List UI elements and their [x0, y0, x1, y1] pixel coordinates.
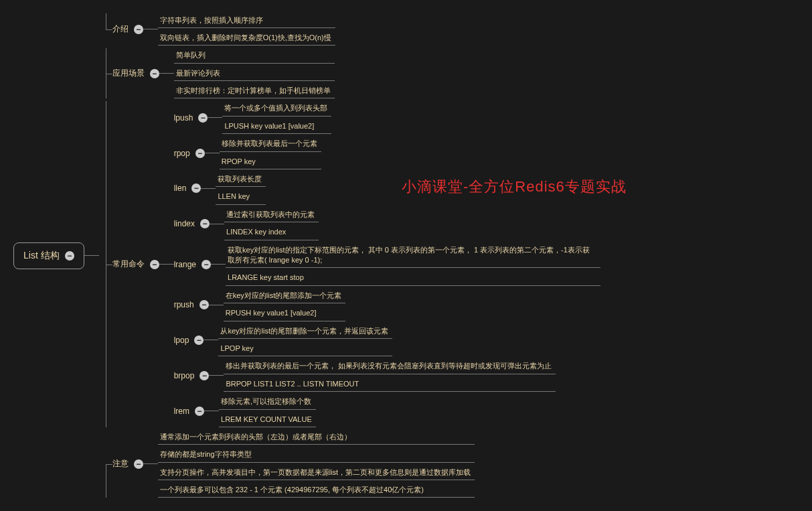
- leaf-node: 存储的都是string字符串类型: [158, 447, 475, 462]
- notes-text: 注意: [112, 458, 129, 469]
- level1-column: 介绍 字符串列表，按照插入顺序排序 双向链表，插入删除时间复杂度O(1)快,查找…: [99, 13, 600, 498]
- cmd-lpop: lpop 从key对应的list的尾部删除一个元素，并返回该元素 LPOP ke…: [174, 324, 600, 357]
- leaf-node: 在key对应的list的尾部添加一个元素: [224, 289, 346, 303]
- leaf-node: 移出并获取列表的最后一个元素， 如果列表没有元素会阻塞列表直到等待超时或发现可弹…: [224, 359, 556, 374]
- commands-text: 常用命令: [112, 259, 145, 270]
- cmd-rpush: rpush 在key对应的list的尾部添加一个元素 RPUSH key val…: [174, 289, 600, 321]
- branch-notes: 注意 通常添加一个元素到列表的头部（左边）或者尾部（右边） 存储的都是strin…: [99, 430, 600, 498]
- leaf-node: 通常添加一个元素到列表的头部（左边）或者尾部（右边）: [158, 430, 475, 445]
- collapse-icon[interactable]: [134, 25, 143, 34]
- leaf-node: RPUSH key value1 [value2]: [224, 306, 346, 321]
- cmd-llen: llen 获取列表长度 LLEN key: [174, 172, 600, 205]
- collapse-icon[interactable]: [200, 219, 210, 228]
- cmd-label[interactable]: rpush: [174, 299, 209, 311]
- branch-intro: 介绍 字符串列表，按照插入顺序排序 双向链表，插入删除时间复杂度O(1)快,查找…: [99, 13, 600, 46]
- leaf-node: LPOP key: [218, 342, 392, 356]
- cmd-label[interactable]: brpop: [174, 370, 210, 382]
- scenes-text: 应用场景: [112, 68, 145, 79]
- branch-commands: 常用命令 lpush 将一个或多个值插入到列表头部 LPUSH key valu…: [99, 101, 600, 427]
- branch-notes-label[interactable]: 注意: [112, 457, 143, 471]
- cmd-rpop: rpop 移除并获取列表最后一个元素 RPOP key: [174, 137, 600, 169]
- leaf-node: 支持分页操作，高并发项目中，第一页数据都是来源list，第二页和更多信息则是通过…: [158, 465, 475, 480]
- commands-list: lpush 将一个或多个值插入到列表头部 LPUSH key value1 [v…: [174, 101, 600, 427]
- branch-scenes-label[interactable]: 应用场景: [112, 66, 159, 80]
- leaf-node: 一个列表最多可以包含 232 - 1 个元素 (4294967295, 每个列表…: [158, 483, 475, 498]
- cmd-lrange: lrange 获取key对应的list的指定下标范围的元素， 其中 0 表示列表…: [174, 243, 600, 286]
- collapse-icon[interactable]: [199, 300, 209, 309]
- leaf-node: 移除元素,可以指定移除个数: [219, 394, 316, 409]
- branch-commands-label[interactable]: 常用命令: [112, 257, 159, 271]
- collapse-icon[interactable]: [199, 371, 209, 380]
- leaf-node: RPOP key: [220, 155, 321, 169]
- cmd-label[interactable]: rpop: [174, 147, 205, 159]
- mindmap-diagram: List 结构 介绍 字符串列表，按照插入顺序排序 双向链表，插入删除时间复杂度…: [13, 13, 799, 498]
- branch-scenes: 应用场景 简单队列 最新评论列表 非实时排行榜：定时计算榜单，如手机日销榜单: [99, 48, 600, 98]
- leaf-node: 双向链表，插入删除时间复杂度O(1)快,查找为O(n)慢: [158, 31, 335, 46]
- collapse-icon[interactable]: [191, 184, 201, 193]
- collapse-icon[interactable]: [198, 113, 208, 123]
- leaf-node: 非实时排行榜：定时计算榜单，如手机日销榜单: [174, 84, 335, 98]
- leaf-node: 简单队列: [174, 48, 335, 63]
- cmd-label[interactable]: lrem: [174, 405, 204, 417]
- cmd-lindex: lindex 通过索引获取列表中的元素 LINDEX key index: [174, 208, 600, 240]
- cmd-label[interactable]: lpush: [174, 112, 208, 124]
- collapse-icon[interactable]: [195, 149, 205, 158]
- collapse-icon[interactable]: [194, 336, 204, 345]
- cmd-label[interactable]: llen: [174, 182, 201, 194]
- leaf-node: LPUSH key value1 [value2]: [222, 119, 331, 134]
- collapse-icon[interactable]: [150, 260, 159, 269]
- collapse-icon[interactable]: [150, 69, 159, 78]
- cmd-label[interactable]: lpop: [174, 334, 204, 346]
- root-label: List 结构: [23, 250, 60, 262]
- collapse-icon[interactable]: [65, 251, 74, 261]
- leaf-node: 获取列表长度: [216, 172, 266, 187]
- leaf-node: 从key对应的list的尾部删除一个元素，并返回该元素: [218, 324, 392, 339]
- leaf-node: 字符串列表，按照插入顺序排序: [158, 13, 335, 28]
- leaf-node: 获取key对应的list的指定下标范围的元素， 其中 0 表示列表的第一个元素，…: [226, 243, 600, 269]
- cmd-lrem: lrem 移除元素,可以指定移除个数 LREM KEY COUNT VALUE: [174, 394, 600, 427]
- leaf-node: LREM KEY COUNT VALUE: [219, 413, 316, 427]
- collapse-icon[interactable]: [201, 260, 211, 269]
- collapse-icon[interactable]: [195, 407, 204, 416]
- collapse-icon[interactable]: [134, 459, 143, 469]
- intro-text: 介绍: [112, 23, 129, 35]
- cmd-label[interactable]: lindex: [174, 218, 210, 230]
- leaf-node: 通过索引获取列表中的元素: [224, 208, 319, 222]
- connector-line: [84, 255, 99, 256]
- cmd-lpush: lpush 将一个或多个值插入到列表头部 LPUSH key value1 [v…: [174, 101, 600, 134]
- leaf-node: 移除并获取列表最后一个元素: [220, 137, 321, 151]
- root-node[interactable]: List 结构: [13, 242, 84, 269]
- leaf-node: LLEN key: [216, 190, 266, 204]
- leaf-node: 将一个或多个值插入到列表头部: [222, 101, 331, 116]
- cmd-label[interactable]: lrange: [174, 259, 211, 271]
- branch-intro-label[interactable]: 介绍: [112, 22, 143, 36]
- leaf-node: BRPOP LIST1 LIST2 .. LISTN TIMEOUT: [224, 377, 556, 392]
- leaf-node: LRANGE key start stop: [226, 271, 600, 285]
- leaf-node: LINDEX key index: [224, 225, 319, 240]
- cmd-brpop: brpop 移出并获取列表的最后一个元素， 如果列表没有元素会阻塞列表直到等待超…: [174, 359, 600, 392]
- leaf-node: 最新评论列表: [174, 66, 335, 81]
